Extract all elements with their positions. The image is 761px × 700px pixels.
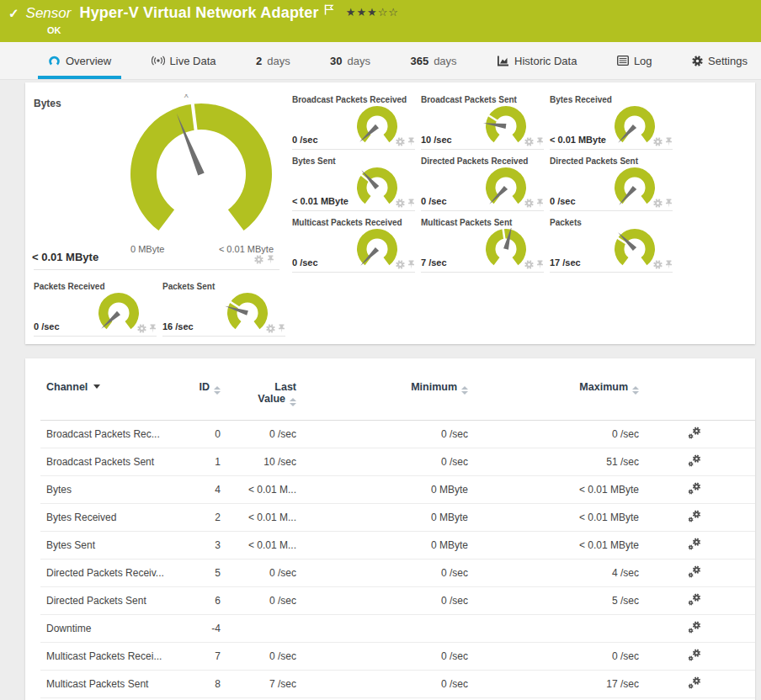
channel-settings-button[interactable] (688, 430, 702, 442)
channel-minimum-cell: 0 /sec (296, 559, 468, 587)
sort-down-icon (214, 391, 221, 395)
pin-icon[interactable] (536, 199, 544, 208)
channel-id-cell: 7 (168, 643, 221, 671)
channel-settings-button[interactable] (688, 680, 702, 692)
channel-gauge-widget[interactable]: Packets17 /sec (550, 217, 673, 273)
gear-icon[interactable] (396, 137, 405, 146)
channel-last-value-cell: 7 /sec (221, 671, 296, 698)
sort-arrows-icon[interactable] (214, 386, 221, 395)
gear-icon[interactable] (524, 260, 534, 269)
channel-settings-button[interactable] (688, 513, 702, 525)
channel-settings-button[interactable] (688, 624, 702, 636)
sort-arrows-icon[interactable] (290, 398, 296, 406)
gear-icon[interactable] (396, 199, 405, 208)
channel-gauge-value: 0 /sec (292, 135, 318, 145)
channel-settings-button[interactable] (688, 597, 702, 608)
pin-icon[interactable] (665, 199, 673, 208)
tab-365-days[interactable]: 365days (400, 42, 466, 79)
log-icon (617, 56, 629, 66)
tab-historic-data[interactable]: Historic Data (487, 42, 587, 79)
channel-gauge-widget[interactable]: Bytes Received< 0.01 MByte (550, 94, 673, 150)
tab-settings[interactable]: Settings (682, 42, 758, 79)
channel-gauge-widget[interactable]: Broadcast Packets Received0 /sec (292, 94, 415, 150)
pin-icon[interactable] (407, 260, 415, 269)
column-header-maximum[interactable]: Maximum (468, 358, 639, 421)
tab-label: Live Data (170, 55, 216, 67)
pin-icon[interactable] (278, 324, 285, 333)
pin-icon[interactable] (267, 255, 274, 264)
pin-icon[interactable] (536, 260, 544, 269)
priority-flag-icon[interactable] (324, 4, 334, 15)
bytes-gauge[interactable]: x̄ (128, 94, 275, 254)
channel-table-panel: ChannelIDLastValueMinimumMaximum Broadca… (25, 358, 755, 700)
sort-down-icon (290, 403, 296, 406)
column-header-label: Last (274, 381, 296, 393)
channel-gauge-widget[interactable]: Multicast Packets Received0 /sec (292, 217, 415, 273)
tab-overview[interactable]: Overview (38, 42, 121, 79)
gear-icon[interactable] (396, 260, 405, 269)
main-gauge-scale: 0 MByte < 0.01 MByte (130, 244, 274, 254)
gear-icon[interactable] (137, 324, 146, 333)
channel-gauge (483, 228, 529, 270)
channel-gauge-grid: Broadcast Packets Received0 /secBroadcas… (292, 94, 673, 273)
channel-gauge-widget[interactable]: Directed Packets Sent0 /sec (550, 156, 673, 211)
sort-down-icon (632, 391, 639, 395)
channel-table-body: Broadcast Packets Rec...00 /sec0 /sec0 /… (40, 421, 755, 698)
channel-gauge-widget[interactable]: Packets Sent16 /sec (162, 281, 285, 337)
channel-gauge-widget[interactable]: Multicast Packets Sent7 /sec (421, 217, 544, 273)
channel-last-value-cell: < 0.01 M... (221, 532, 296, 559)
channel-id-cell: 1 (168, 448, 221, 476)
channel-settings-button[interactable] (688, 652, 702, 664)
channel-gauge-widget[interactable]: Packets Received0 /sec (34, 281, 157, 337)
channel-settings-icon (688, 482, 702, 495)
tab-live-data[interactable]: Live Data (141, 42, 226, 79)
channel-gauge-value: < 0.01 MByte (292, 196, 349, 206)
channel-settings-button[interactable] (688, 569, 702, 581)
pin-icon[interactable] (665, 260, 673, 269)
gear-icon[interactable] (524, 137, 534, 146)
channel-name-cell: Multicast Packets Recei... (40, 643, 168, 671)
channel-maximum-cell: < 0.01 MByte (468, 532, 639, 559)
gear-icon[interactable] (653, 199, 663, 208)
tab-2-days[interactable]: 2days (246, 42, 301, 79)
tab-number: 2 (256, 55, 262, 67)
sort-up-icon (461, 386, 468, 390)
pin-icon[interactable] (665, 137, 673, 146)
channel-name-cell: Bytes (40, 476, 168, 504)
gear-icon[interactable] (653, 137, 663, 146)
channel-settings-button[interactable] (688, 485, 702, 497)
gear-icon[interactable] (524, 199, 534, 208)
gear-icon[interactable] (653, 260, 663, 269)
channel-maximum-cell (468, 615, 639, 643)
column-header-label: Maximum (579, 381, 628, 393)
channel-gauge-actions (524, 260, 544, 269)
sort-arrows-icon[interactable] (461, 386, 468, 395)
channel-gauge-widget[interactable]: Broadcast Packets Sent10 /sec (421, 94, 544, 150)
channel-actions-cell (639, 421, 755, 448)
gear-icon[interactable] (254, 255, 263, 264)
channel-gauge-widget[interactable]: Directed Packets Received0 /sec (421, 156, 544, 211)
tab-30-days[interactable]: 30days (320, 42, 380, 79)
pin-icon[interactable] (149, 324, 157, 333)
column-header-id[interactable]: ID (168, 358, 221, 421)
column-header-last-value[interactable]: LastValue (221, 358, 296, 421)
main-gauge-value: < 0.01 MByte (32, 251, 98, 263)
channel-gauge-widget[interactable]: Bytes Sent< 0.01 MByte (292, 156, 415, 211)
channel-minimum-cell: 0 /sec (296, 671, 468, 698)
gear-icon[interactable] (692, 56, 703, 66)
pin-icon[interactable] (407, 137, 415, 146)
channel-last-value-cell: 10 /sec (221, 448, 296, 476)
channel-settings-button[interactable] (688, 458, 702, 469)
column-header-minimum[interactable]: Minimum (296, 358, 468, 421)
channel-settings-button[interactable] (688, 541, 702, 553)
channel-gauge-grid-bottom: Packets Received0 /secPackets Sent16 /se… (34, 281, 285, 337)
pin-icon[interactable] (407, 199, 415, 208)
sort-arrows-icon[interactable] (632, 386, 639, 395)
pin-icon[interactable] (536, 137, 544, 146)
channel-actions-cell (639, 476, 755, 504)
priority-stars[interactable]: ★★★☆☆ (346, 6, 399, 19)
tab-log[interactable]: Log (607, 42, 663, 79)
channel-row: Downtime-4 (40, 615, 755, 643)
gear-icon[interactable] (266, 324, 275, 333)
column-header-channel[interactable]: Channel (40, 358, 168, 421)
